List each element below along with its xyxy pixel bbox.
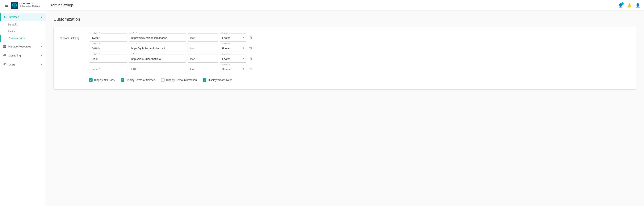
url-field-label-2: URL * <box>131 53 139 55</box>
label-input-2[interactable] <box>89 55 127 63</box>
checkbox-icon-terms <box>121 78 124 82</box>
chevron-down-icon-users: ▼ <box>40 63 42 66</box>
icon-input-2[interactable] <box>188 55 218 63</box>
chevron-down-icon: ▼ <box>40 45 42 48</box>
brand-kubermatic: KUBERMATIC <box>20 3 40 5</box>
label-input-1[interactable] <box>89 44 127 52</box>
checkbox-label-terms: Display Terms of Service <box>126 78 155 81</box>
url-input-1[interactable] <box>129 44 186 52</box>
sidebar-item-customization[interactable]: Customization <box>0 35 46 42</box>
table-row: Label * URL * Location <box>89 44 630 52</box>
chevron-up-icon: ▲ <box>40 16 42 18</box>
manage-resources-icon: ☰ <box>3 44 6 49</box>
icon-field-2 <box>188 55 218 63</box>
sidebar-item-manage-resources[interactable]: ☰ Manage Resources ▼ <box>0 43 46 51</box>
label-input-3[interactable] <box>89 65 127 73</box>
table-row: Location Footer Sidebar ▼ 🗑 <box>89 65 630 73</box>
main-content: Customization Custom Links i Label * <box>46 11 644 206</box>
users-icon <box>3 62 6 67</box>
sidebar-label-manage-resources: Manage Resources <box>8 45 31 48</box>
sidebar-label-monitoring: Monitoring <box>8 54 21 57</box>
label-field-label-0: Label * <box>91 32 100 34</box>
url-input-0[interactable] <box>129 34 186 42</box>
svg-rect-2 <box>4 54 5 56</box>
checkbox-api-docs[interactable]: Display API Docs <box>89 78 114 82</box>
settings-icon: ⚙ <box>4 15 7 19</box>
logo-icon <box>11 2 18 9</box>
svg-point-5 <box>5 63 6 64</box>
checkbox-label-demo: Display Demo Information <box>166 78 197 81</box>
sidebar-item-monitoring[interactable]: Monitoring ▼ <box>0 51 46 60</box>
checkbox-icon-demo <box>161 78 164 82</box>
url-input-3[interactable] <box>129 65 186 73</box>
icon-field-1 <box>188 44 218 52</box>
url-field-1: URL * <box>129 44 186 52</box>
label-field-label-1: Label * <box>91 43 100 45</box>
table-row: Label * URL * Location <box>89 55 630 63</box>
location-label-3: Location <box>222 63 231 66</box>
layout: ⚙ Interface ▲ Defaults Limits Customizat… <box>0 11 644 206</box>
label-field-0: Label * <box>89 34 127 42</box>
location-select-1[interactable]: Footer Sidebar <box>220 44 246 52</box>
icon-field-0 <box>188 34 218 42</box>
icon-input-3[interactable] <box>188 65 218 73</box>
checkbox-icon-api-docs <box>89 78 92 82</box>
notification-icon[interactable]: 🔔 <box>627 3 632 8</box>
sidebar-section-users: Users ▼ <box>0 60 46 68</box>
chevron-down-icon-monitoring: ▼ <box>40 54 42 57</box>
checkbox-whats-new[interactable]: Display What's New <box>203 78 232 82</box>
svg-rect-3 <box>5 54 6 56</box>
sidebar-item-defaults[interactable]: Defaults <box>0 21 46 28</box>
location-select-2[interactable]: Footer Sidebar <box>220 55 246 63</box>
location-label-1: Location <box>222 43 231 45</box>
delete-button-0[interactable]: 🗑 <box>248 35 254 41</box>
delete-button-3: 🗑 <box>248 66 254 72</box>
brand-sub: Kubernetes Platform <box>20 5 40 8</box>
support-icon[interactable]: 👤 9 <box>618 3 623 8</box>
url-field-label-1: URL * <box>131 43 139 45</box>
sidebar: ⚙ Interface ▲ Defaults Limits Customizat… <box>0 11 46 206</box>
url-input-2[interactable] <box>129 55 186 63</box>
custom-links-label: Custom Links i <box>60 34 84 40</box>
sidebar-section-monitoring: Monitoring ▼ <box>0 51 46 60</box>
location-select-3[interactable]: Footer Sidebar <box>220 65 246 73</box>
info-icon[interactable]: i <box>77 37 80 40</box>
url-field-3 <box>129 65 186 73</box>
checkbox-label-whats-new: Display What's New <box>208 78 232 81</box>
custom-links-container: Custom Links i Label * URL * <box>60 34 630 82</box>
sidebar-item-interface[interactable]: ⚙ Interface ▲ <box>0 13 46 21</box>
menu-icon[interactable]: ☰ <box>4 2 9 9</box>
sidebar-label-interface: Interface <box>8 16 19 19</box>
url-field-2: URL * <box>129 55 186 63</box>
label-field-label-2: Label * <box>91 53 100 55</box>
sidebar-section-interface: ⚙ Interface ▲ Defaults Limits Customizat… <box>0 13 46 42</box>
location-field-0: Location Footer Sidebar ▼ <box>220 34 246 42</box>
table-row: Label * URL * Location <box>89 34 630 42</box>
icon-input-1[interactable] <box>188 44 218 52</box>
sidebar-item-limits[interactable]: Limits <box>0 28 46 35</box>
checkbox-icon-whats-new <box>203 78 206 82</box>
location-select-0[interactable]: Footer Sidebar <box>220 34 246 42</box>
delete-button-1[interactable]: 🗑 <box>248 45 254 51</box>
customization-label: Customization <box>8 37 26 40</box>
user-icon[interactable]: 👤 <box>636 3 640 8</box>
checkbox-demo[interactable]: Display Demo Information <box>161 78 197 82</box>
checkboxes-row: Display API Docs Display Terms of Servic… <box>89 78 630 82</box>
navbar: ☰ KUBERMATIC Kubernetes Platform Admin S… <box>0 0 644 11</box>
defaults-label: Defaults <box>8 23 18 26</box>
sidebar-item-users[interactable]: Users ▼ <box>0 60 46 68</box>
location-field-2: Location Footer Sidebar ▼ <box>220 55 246 63</box>
sidebar-section-manage-resources: ☰ Manage Resources ▼ <box>0 43 46 51</box>
checkbox-terms[interactable]: Display Terms of Service <box>121 78 155 82</box>
links-rows: Label * URL * Location <box>89 34 630 82</box>
icon-field-3 <box>188 65 218 73</box>
brand-text: KUBERMATIC Kubernetes Platform <box>20 3 40 8</box>
location-field-1: Location Footer Sidebar ▼ <box>220 44 246 52</box>
svg-point-4 <box>4 63 5 64</box>
label-input-0[interactable] <box>89 34 127 42</box>
label-field-2: Label * <box>89 55 127 63</box>
page-title: Admin Settings <box>46 3 74 7</box>
monitoring-icon <box>3 53 6 58</box>
delete-button-2[interactable]: 🗑 <box>248 56 254 62</box>
icon-input-0[interactable] <box>188 34 218 42</box>
